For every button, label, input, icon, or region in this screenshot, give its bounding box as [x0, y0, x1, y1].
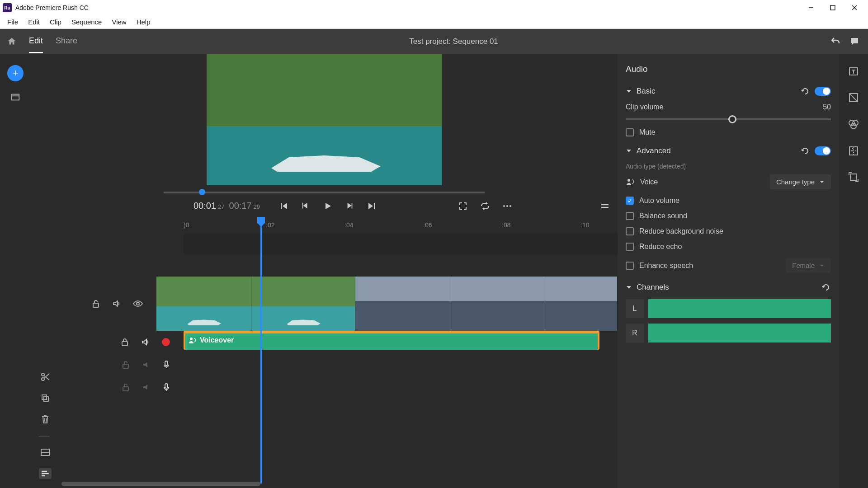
undo-button[interactable]	[830, 36, 841, 47]
more-options-button[interactable]	[503, 205, 512, 207]
menu-sequence[interactable]: Sequence	[67, 17, 107, 27]
lock-icon[interactable]	[121, 360, 130, 369]
tab-share[interactable]: Share	[56, 30, 77, 53]
minimize-button[interactable]	[800, 0, 822, 15]
mic-icon[interactable]	[163, 383, 170, 392]
close-button[interactable]	[844, 0, 865, 15]
change-type-dropdown[interactable]: Change type	[770, 174, 831, 189]
enhance-speech-dropdown[interactable]: Female	[786, 258, 831, 273]
fullscreen-button[interactable]	[458, 202, 467, 211]
step-back-button[interactable]	[302, 202, 310, 210]
video-preview[interactable]	[207, 54, 442, 185]
scissors-icon[interactable]	[39, 372, 52, 382]
speed-tool-icon[interactable]	[848, 145, 859, 156]
mute-icon[interactable]	[142, 360, 151, 369]
channel-right-label[interactable]: R	[626, 324, 644, 343]
transform-tool-icon[interactable]	[848, 172, 859, 183]
video-clip[interactable]	[545, 277, 618, 331]
titles-tool-icon[interactable]	[848, 66, 859, 77]
go-to-end-button[interactable]	[368, 202, 377, 211]
mute-icon[interactable]	[141, 338, 150, 347]
svg-point-33	[851, 123, 856, 129]
playhead[interactable]	[260, 220, 262, 483]
channels-section: Channels L R	[626, 283, 831, 343]
mic-icon[interactable]	[163, 360, 170, 369]
horizontal-scrollbar[interactable]	[61, 482, 260, 486]
chevron-down-icon[interactable]	[626, 148, 632, 154]
audio-track-body[interactable]: Voiceover	[184, 331, 618, 353]
transitions-tool-icon[interactable]	[848, 92, 859, 103]
reset-icon[interactable]	[822, 284, 831, 291]
menu-clip[interactable]: Clip	[45, 17, 66, 27]
visibility-icon[interactable]	[133, 300, 143, 307]
slider-knob-icon[interactable]	[728, 115, 736, 123]
menu-file[interactable]: File	[3, 17, 23, 27]
svg-rect-17	[123, 387, 128, 391]
video-clip[interactable]	[156, 277, 251, 331]
preview-scrubber[interactable]	[164, 192, 485, 193]
section-label[interactable]: Basic	[637, 87, 656, 96]
record-button[interactable]	[162, 338, 170, 346]
basic-toggle[interactable]	[815, 87, 831, 96]
home-button[interactable]	[5, 37, 19, 47]
reset-icon[interactable]	[801, 88, 810, 95]
video-clip[interactable]	[450, 277, 545, 331]
scrubber-handle-icon[interactable]	[199, 189, 205, 195]
workspace-tabs: Edit Share	[29, 30, 77, 53]
lock-icon[interactable]	[91, 299, 100, 308]
reset-icon[interactable]	[801, 147, 810, 155]
color-tool-icon[interactable]	[848, 118, 859, 130]
menu-view[interactable]: View	[107, 17, 131, 27]
transport-controls: 00:01 27 00:17 29	[31, 201, 618, 211]
play-button[interactable]	[323, 202, 332, 211]
track-controls-icon[interactable]	[39, 468, 52, 479]
menu-edit[interactable]: Edit	[24, 17, 44, 27]
reduce-noise-checkbox[interactable]	[626, 227, 634, 235]
video-clip[interactable]	[251, 277, 355, 331]
auto-volume-checkbox[interactable]: ✓	[626, 197, 634, 205]
clip-volume-slider[interactable]	[626, 118, 831, 120]
mute-checkbox[interactable]	[626, 128, 634, 136]
video-clip[interactable]	[355, 277, 450, 331]
duplicate-icon[interactable]	[39, 394, 52, 403]
mute-icon[interactable]	[112, 299, 121, 308]
right-sidebar	[839, 54, 868, 488]
lock-icon[interactable]	[121, 383, 130, 392]
expand-tracks-icon[interactable]	[39, 448, 52, 456]
app-title: Adobe Premiere Rush CC	[15, 4, 800, 11]
ruler-tick: :04	[344, 221, 353, 229]
reduce-echo-checkbox[interactable]	[626, 243, 634, 251]
comments-button[interactable]	[849, 36, 860, 47]
mute-icon[interactable]	[142, 383, 151, 392]
project-title: Test project: Sequence 01	[77, 37, 830, 46]
advanced-toggle[interactable]	[815, 146, 831, 155]
balance-sound-label: Balance sound	[639, 212, 687, 220]
menu-help[interactable]: Help	[132, 17, 155, 27]
chevron-down-icon[interactable]	[626, 284, 632, 291]
menubar: File Edit Clip Sequence View Help	[0, 15, 868, 29]
advanced-section: Advanced Audio type (detected) Voice Cha…	[626, 146, 831, 273]
balance-sound-checkbox[interactable]	[626, 212, 634, 220]
add-media-button[interactable]: +	[7, 65, 24, 81]
tab-edit[interactable]: Edit	[29, 30, 43, 53]
timeline-options-button[interactable]	[600, 203, 609, 209]
video-track-body[interactable]	[156, 277, 618, 331]
enhance-speech-checkbox[interactable]	[626, 262, 634, 270]
loop-button[interactable]	[480, 202, 490, 211]
voiceover-clip[interactable]: Voiceover	[184, 331, 599, 350]
channel-left-label[interactable]: L	[626, 299, 644, 318]
chevron-down-icon[interactable]	[626, 88, 632, 94]
maximize-button[interactable]	[822, 0, 844, 15]
section-label[interactable]: Advanced	[637, 146, 671, 155]
step-forward-button[interactable]	[346, 202, 354, 210]
go-to-start-button[interactable]	[279, 202, 288, 211]
video-track-header	[31, 299, 156, 308]
trash-icon[interactable]	[39, 414, 52, 424]
svg-rect-15	[123, 364, 128, 368]
lock-icon[interactable]	[120, 338, 129, 347]
basic-section: Basic Clip volume 50 Mute	[626, 87, 831, 136]
section-label[interactable]: Channels	[637, 283, 669, 292]
mute-label: Mute	[639, 128, 656, 136]
timeline-ruler[interactable]: )0 :02 :04 :06 :08 :10	[31, 217, 618, 233]
project-panel-button[interactable]	[10, 92, 20, 102]
